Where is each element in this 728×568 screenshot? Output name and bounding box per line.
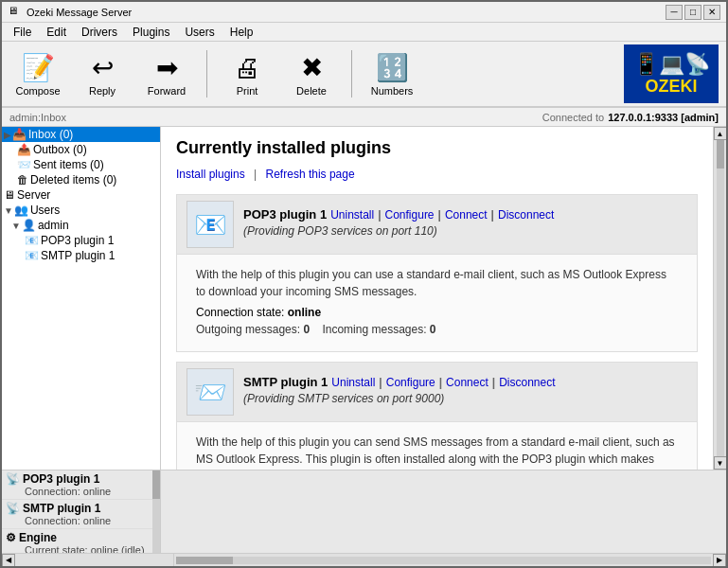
sidebar-item-sent[interactable]: 📨 Sent items (0) — [2, 157, 160, 172]
smtp-sep3: | — [492, 376, 495, 389]
maximize-button[interactable]: □ — [684, 5, 701, 20]
menu-drivers[interactable]: Drivers — [74, 24, 125, 41]
pop3-disconnect-link[interactable]: Disconnect — [498, 208, 554, 222]
bottom-engine-name: ⚙ Engine — [6, 531, 149, 544]
minimize-button[interactable]: ─ — [666, 5, 683, 20]
bottom-smtp-status: Connection: online — [25, 515, 149, 526]
compose-label: Compose — [15, 85, 60, 97]
sidebar-item-users[interactable]: ▼ 👥 Users — [2, 203, 160, 218]
numbers-icon: 🔢 — [376, 52, 409, 83]
sidebar-item-inbox[interactable]: ▶ 📥 Inbox (0) — [2, 127, 160, 142]
bottom-smtp-icon: 📡 — [6, 502, 20, 515]
install-plugins-link[interactable]: Install plugins — [176, 168, 245, 181]
smtp-connect-link[interactable]: Connect — [446, 376, 488, 389]
bottom-scrollbar-thumb[interactable] — [152, 470, 160, 499]
outbox-icon: 📤 — [17, 143, 31, 156]
expand-icon-admin: ▼ — [11, 221, 21, 231]
menu-file[interactable]: File — [6, 24, 39, 41]
sidebar-item-admin[interactable]: ▼ 👤 admin — [2, 218, 160, 233]
smtp-plugin-body: SMTP plugin 1 Uninstall | Configure | Co… — [243, 375, 687, 409]
ozeki-logo: 📱💻📡 OZEKI — [624, 44, 719, 103]
pop3-plugin-header: 📧 POP3 plugin 1 Uninstall | Configure | … — [177, 195, 697, 255]
pop3-plugin-card: 📧 POP3 plugin 1 Uninstall | Configure | … — [176, 194, 698, 352]
bottom-scrollbar[interactable] — [152, 470, 160, 553]
bottom-sidebar: 📡 POP3 plugin 1 Connection: online 📡 SMT… — [2, 470, 161, 553]
menu-edit[interactable]: Edit — [39, 24, 74, 41]
sidebar: ▶ 📥 Inbox (0) 📤 Outbox (0) 📨 Sent items … — [2, 127, 161, 470]
deleted-label: Deleted items (0) — [30, 173, 116, 186]
pop3-sep3: | — [491, 208, 494, 222]
scroll-track[interactable] — [717, 140, 724, 456]
forward-button[interactable]: ➡ Forward — [138, 45, 195, 102]
app-window: 🖥 Ozeki Message Server ─ □ ✕ File Edit D… — [0, 0, 728, 568]
close-button[interactable]: ✕ — [703, 5, 720, 20]
bottom-item-pop3[interactable]: 📡 POP3 plugin 1 Connection: online — [2, 470, 152, 500]
menu-users[interactable]: Users — [177, 24, 222, 41]
pop3-plugin-name: POP3 plugin 1 — [243, 207, 327, 222]
h-scrollbar-track[interactable] — [176, 557, 711, 564]
connected-value: 127.0.0.1:9333 [admin] — [608, 112, 719, 123]
reply-icon: ↩ — [92, 52, 114, 83]
pop3-plugin-icon: 📧 — [186, 201, 234, 248]
expand-icon-users: ▼ — [4, 205, 13, 216]
smtp-name-row: SMTP plugin 1 Uninstall | Configure | Co… — [243, 375, 687, 389]
scroll-up-button[interactable]: ▲ — [714, 127, 727, 140]
pop3-uninstall-link[interactable]: Uninstall — [330, 208, 374, 222]
pop3-configure-link[interactable]: Configure — [385, 208, 435, 222]
delete-label: Delete — [296, 85, 327, 97]
delete-icon: ✖ — [301, 52, 323, 83]
h-scrollbar-thumb[interactable] — [176, 557, 233, 564]
sidebar-item-outbox[interactable]: 📤 Outbox (0) — [2, 142, 160, 157]
bottom-item-smtp[interactable]: 📡 SMTP plugin 1 Connection: online — [2, 500, 152, 529]
bottom-item-engine[interactable]: ⚙ Engine Current state: online (idle) — [2, 529, 152, 553]
refresh-page-link[interactable]: Refresh this page — [266, 168, 355, 181]
pop3-name-row: POP3 plugin 1 Uninstall | Configure | Co… — [243, 207, 687, 222]
scroll-thumb[interactable] — [717, 140, 724, 169]
sidebar-item-pop3[interactable]: 📧 POP3 plugin 1 — [2, 233, 160, 248]
print-button[interactable]: 🖨 Print — [219, 45, 275, 102]
forward-icon: ➡ — [156, 52, 178, 83]
bottom-content-area — [161, 470, 726, 553]
admin-label: admin — [38, 219, 69, 232]
delete-button[interactable]: ✖ Delete — [283, 45, 340, 102]
pop3-outgoing-label: Outgoing messages: — [196, 323, 300, 336]
scroll-left-button[interactable]: ◀ — [2, 554, 15, 567]
scroll-right-button[interactable]: ▶ — [713, 554, 726, 567]
smtp-uninstall-link[interactable]: Uninstall — [331, 376, 375, 389]
menu-help[interactable]: Help — [222, 24, 261, 41]
content-scrollbar: ▲ ▼ — [713, 127, 726, 470]
toolbar-separator-1 — [206, 50, 207, 98]
reply-label: Reply — [89, 85, 115, 97]
logo-icons: 📱💻📡 — [633, 52, 710, 77]
pop3-connection-state: online — [288, 306, 321, 319]
reply-button[interactable]: ↩ Reply — [74, 45, 131, 102]
pop3-connect-link[interactable]: Connect — [445, 208, 488, 222]
window-controls: ─ □ ✕ — [666, 5, 720, 20]
sent-icon: 📨 — [17, 158, 31, 171]
bottom-smtp-name: 📡 SMTP plugin 1 — [6, 502, 149, 515]
main-content: Currently installed plugins Install plug… — [161, 127, 713, 470]
pop3-label: POP3 plugin 1 — [41, 234, 114, 247]
pop3-tagline: (Providing POP3 services on port 110) — [243, 224, 687, 238]
compose-button[interactable]: 📝 Compose — [9, 45, 66, 102]
toolbar-separator-2 — [351, 50, 352, 98]
smtp-disconnect-link[interactable]: Disconnect — [499, 376, 555, 389]
smtp-configure-link[interactable]: Configure — [386, 376, 435, 389]
smtp-content: With the help of this plugin you can sen… — [177, 422, 697, 470]
smtp-sep2: | — [439, 376, 442, 389]
smtp-plugin-card: 📨 SMTP plugin 1 Uninstall | Configure | … — [176, 362, 698, 470]
expand-icon-inbox: ▶ — [4, 130, 11, 140]
pop3-outgoing-value: 0 — [303, 323, 310, 336]
content-links: Install plugins | Refresh this page — [176, 168, 698, 181]
sidebar-item-smtp[interactable]: 📧 SMTP plugin 1 — [2, 248, 160, 263]
scroll-down-button[interactable]: ▼ — [714, 456, 727, 470]
titlebar: 🖥 Ozeki Message Server ─ □ ✕ — [2, 2, 726, 23]
sidebar-item-deleted[interactable]: 🗑 Deleted items (0) — [2, 172, 160, 187]
sidebar-item-server[interactable]: 🖥 Server — [2, 187, 160, 203]
menu-plugins[interactable]: Plugins — [125, 24, 177, 41]
pop3-incoming-label: Incoming messages: — [322, 323, 426, 336]
bottom-pop3-status: Connection: online — [25, 486, 149, 497]
pop3-sep2: | — [438, 208, 441, 222]
numbers-button[interactable]: 🔢 Numbers — [364, 45, 420, 102]
title-text: Ozeki Message Server — [27, 7, 666, 18]
